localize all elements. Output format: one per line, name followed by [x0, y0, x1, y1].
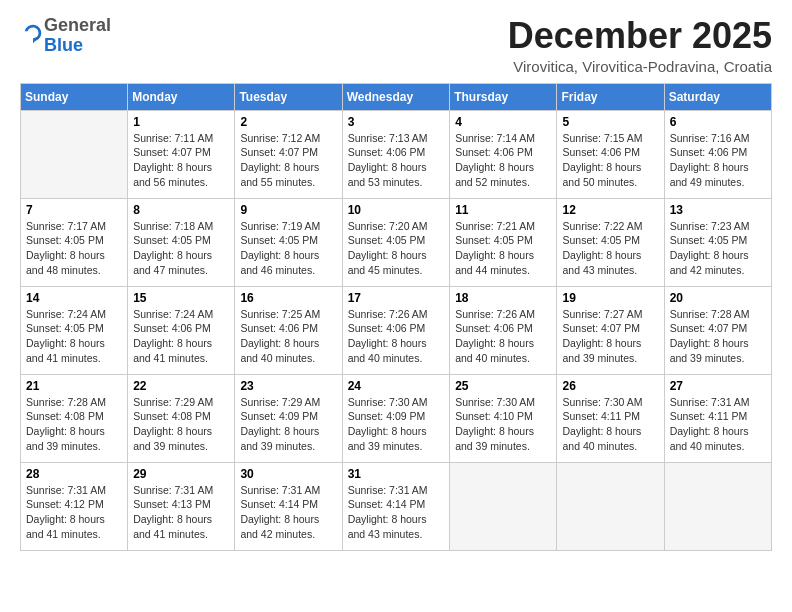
calendar-cell: 15Sunrise: 7:24 AMSunset: 4:06 PMDayligh…	[128, 286, 235, 374]
day-number: 17	[348, 291, 445, 305]
weekday-header-thursday: Thursday	[450, 83, 557, 110]
day-number: 7	[26, 203, 122, 217]
day-number: 3	[348, 115, 445, 129]
day-info: Sunrise: 7:11 AMSunset: 4:07 PMDaylight:…	[133, 131, 229, 190]
day-info: Sunrise: 7:13 AMSunset: 4:06 PMDaylight:…	[348, 131, 445, 190]
day-info: Sunrise: 7:14 AMSunset: 4:06 PMDaylight:…	[455, 131, 551, 190]
day-number: 31	[348, 467, 445, 481]
day-number: 2	[240, 115, 336, 129]
day-info: Sunrise: 7:22 AMSunset: 4:05 PMDaylight:…	[562, 219, 658, 278]
day-number: 8	[133, 203, 229, 217]
day-info: Sunrise: 7:29 AMSunset: 4:08 PMDaylight:…	[133, 395, 229, 454]
day-number: 18	[455, 291, 551, 305]
day-number: 9	[240, 203, 336, 217]
day-info: Sunrise: 7:30 AMSunset: 4:11 PMDaylight:…	[562, 395, 658, 454]
day-number: 29	[133, 467, 229, 481]
calendar-cell: 4Sunrise: 7:14 AMSunset: 4:06 PMDaylight…	[450, 110, 557, 198]
calendar-cell: 8Sunrise: 7:18 AMSunset: 4:05 PMDaylight…	[128, 198, 235, 286]
calendar-cell: 19Sunrise: 7:27 AMSunset: 4:07 PMDayligh…	[557, 286, 664, 374]
day-number: 23	[240, 379, 336, 393]
header: General Blue December 2025 Virovitica, V…	[20, 16, 772, 75]
day-info: Sunrise: 7:31 AMSunset: 4:14 PMDaylight:…	[240, 483, 336, 542]
calendar-cell: 9Sunrise: 7:19 AMSunset: 4:05 PMDaylight…	[235, 198, 342, 286]
day-info: Sunrise: 7:29 AMSunset: 4:09 PMDaylight:…	[240, 395, 336, 454]
day-info: Sunrise: 7:24 AMSunset: 4:05 PMDaylight:…	[26, 307, 122, 366]
calendar-cell: 25Sunrise: 7:30 AMSunset: 4:10 PMDayligh…	[450, 374, 557, 462]
day-number: 13	[670, 203, 766, 217]
calendar-cell: 31Sunrise: 7:31 AMSunset: 4:14 PMDayligh…	[342, 462, 450, 550]
calendar-cell: 11Sunrise: 7:21 AMSunset: 4:05 PMDayligh…	[450, 198, 557, 286]
calendar-cell: 16Sunrise: 7:25 AMSunset: 4:06 PMDayligh…	[235, 286, 342, 374]
calendar-cell: 3Sunrise: 7:13 AMSunset: 4:06 PMDaylight…	[342, 110, 450, 198]
weekday-header-tuesday: Tuesday	[235, 83, 342, 110]
day-number: 30	[240, 467, 336, 481]
day-info: Sunrise: 7:17 AMSunset: 4:05 PMDaylight:…	[26, 219, 122, 278]
weekday-header-wednesday: Wednesday	[342, 83, 450, 110]
calendar-cell: 6Sunrise: 7:16 AMSunset: 4:06 PMDaylight…	[664, 110, 771, 198]
day-info: Sunrise: 7:31 AMSunset: 4:13 PMDaylight:…	[133, 483, 229, 542]
week-row-5: 28Sunrise: 7:31 AMSunset: 4:12 PMDayligh…	[21, 462, 772, 550]
day-info: Sunrise: 7:27 AMSunset: 4:07 PMDaylight:…	[562, 307, 658, 366]
day-info: Sunrise: 7:28 AMSunset: 4:08 PMDaylight:…	[26, 395, 122, 454]
calendar-cell: 2Sunrise: 7:12 AMSunset: 4:07 PMDaylight…	[235, 110, 342, 198]
calendar-cell: 26Sunrise: 7:30 AMSunset: 4:11 PMDayligh…	[557, 374, 664, 462]
calendar-cell: 13Sunrise: 7:23 AMSunset: 4:05 PMDayligh…	[664, 198, 771, 286]
day-number: 24	[348, 379, 445, 393]
day-info: Sunrise: 7:23 AMSunset: 4:05 PMDaylight:…	[670, 219, 766, 278]
day-info: Sunrise: 7:12 AMSunset: 4:07 PMDaylight:…	[240, 131, 336, 190]
day-info: Sunrise: 7:30 AMSunset: 4:09 PMDaylight:…	[348, 395, 445, 454]
calendar-cell: 20Sunrise: 7:28 AMSunset: 4:07 PMDayligh…	[664, 286, 771, 374]
calendar-cell: 23Sunrise: 7:29 AMSunset: 4:09 PMDayligh…	[235, 374, 342, 462]
day-number: 16	[240, 291, 336, 305]
day-number: 10	[348, 203, 445, 217]
calendar-cell: 30Sunrise: 7:31 AMSunset: 4:14 PMDayligh…	[235, 462, 342, 550]
weekday-header-saturday: Saturday	[664, 83, 771, 110]
calendar-cell: 1Sunrise: 7:11 AMSunset: 4:07 PMDaylight…	[128, 110, 235, 198]
calendar-cell	[450, 462, 557, 550]
day-info: Sunrise: 7:20 AMSunset: 4:05 PMDaylight:…	[348, 219, 445, 278]
day-number: 20	[670, 291, 766, 305]
day-info: Sunrise: 7:18 AMSunset: 4:05 PMDaylight:…	[133, 219, 229, 278]
day-number: 14	[26, 291, 122, 305]
day-info: Sunrise: 7:31 AMSunset: 4:11 PMDaylight:…	[670, 395, 766, 454]
day-number: 5	[562, 115, 658, 129]
day-number: 1	[133, 115, 229, 129]
calendar-cell: 17Sunrise: 7:26 AMSunset: 4:06 PMDayligh…	[342, 286, 450, 374]
calendar-cell	[664, 462, 771, 550]
day-number: 19	[562, 291, 658, 305]
calendar-cell: 5Sunrise: 7:15 AMSunset: 4:06 PMDaylight…	[557, 110, 664, 198]
day-number: 25	[455, 379, 551, 393]
title-block: December 2025 Virovitica, Virovitica-Pod…	[508, 16, 772, 75]
day-number: 12	[562, 203, 658, 217]
calendar-cell	[21, 110, 128, 198]
calendar-cell: 27Sunrise: 7:31 AMSunset: 4:11 PMDayligh…	[664, 374, 771, 462]
day-info: Sunrise: 7:28 AMSunset: 4:07 PMDaylight:…	[670, 307, 766, 366]
day-info: Sunrise: 7:19 AMSunset: 4:05 PMDaylight:…	[240, 219, 336, 278]
calendar-cell: 24Sunrise: 7:30 AMSunset: 4:09 PMDayligh…	[342, 374, 450, 462]
day-info: Sunrise: 7:26 AMSunset: 4:06 PMDaylight:…	[348, 307, 445, 366]
day-number: 21	[26, 379, 122, 393]
day-number: 26	[562, 379, 658, 393]
calendar-cell: 14Sunrise: 7:24 AMSunset: 4:05 PMDayligh…	[21, 286, 128, 374]
day-number: 4	[455, 115, 551, 129]
day-info: Sunrise: 7:31 AMSunset: 4:12 PMDaylight:…	[26, 483, 122, 542]
calendar-cell: 29Sunrise: 7:31 AMSunset: 4:13 PMDayligh…	[128, 462, 235, 550]
day-info: Sunrise: 7:31 AMSunset: 4:14 PMDaylight:…	[348, 483, 445, 542]
calendar-table: SundayMondayTuesdayWednesdayThursdayFrid…	[20, 83, 772, 551]
day-info: Sunrise: 7:16 AMSunset: 4:06 PMDaylight:…	[670, 131, 766, 190]
day-info: Sunrise: 7:25 AMSunset: 4:06 PMDaylight:…	[240, 307, 336, 366]
day-number: 15	[133, 291, 229, 305]
month-title: December 2025	[508, 16, 772, 56]
logo-text: General Blue	[44, 16, 111, 56]
calendar-cell: 22Sunrise: 7:29 AMSunset: 4:08 PMDayligh…	[128, 374, 235, 462]
calendar-cell: 18Sunrise: 7:26 AMSunset: 4:06 PMDayligh…	[450, 286, 557, 374]
day-number: 28	[26, 467, 122, 481]
day-info: Sunrise: 7:21 AMSunset: 4:05 PMDaylight:…	[455, 219, 551, 278]
calendar-cell: 21Sunrise: 7:28 AMSunset: 4:08 PMDayligh…	[21, 374, 128, 462]
logo-blue: Blue	[44, 35, 83, 55]
week-row-2: 7Sunrise: 7:17 AMSunset: 4:05 PMDaylight…	[21, 198, 772, 286]
logo-icon	[22, 23, 44, 45]
day-number: 27	[670, 379, 766, 393]
calendar-cell: 10Sunrise: 7:20 AMSunset: 4:05 PMDayligh…	[342, 198, 450, 286]
calendar-cell: 12Sunrise: 7:22 AMSunset: 4:05 PMDayligh…	[557, 198, 664, 286]
